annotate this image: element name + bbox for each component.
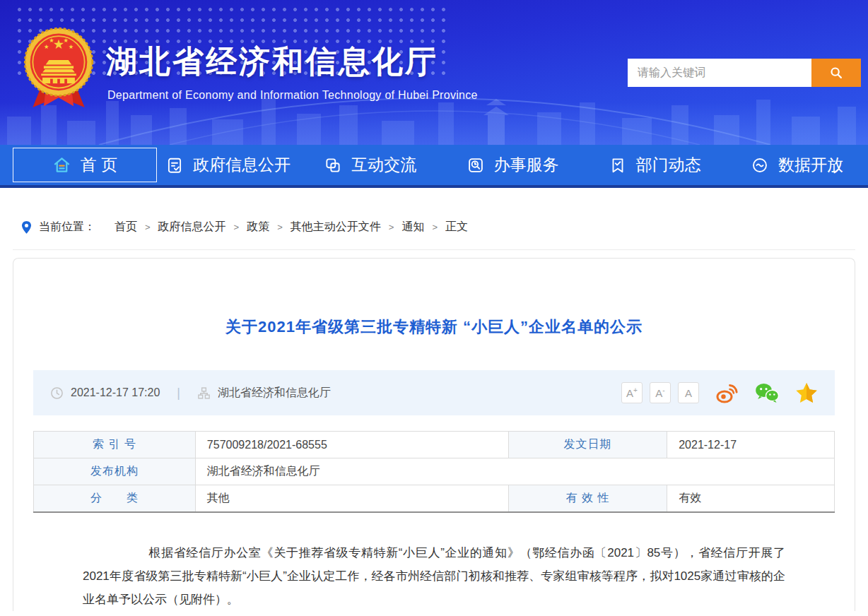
overlap-squares-icon — [324, 156, 342, 174]
qzone-icon[interactable] — [795, 382, 818, 403]
nav-item-gov-info[interactable]: 政府信息公开 — [157, 145, 299, 185]
header-glow-decoration — [0, 102, 868, 145]
validity-label: 有 效 性 — [508, 485, 667, 512]
article-card: 关于2021年省级第三批专精特新 “小巨人”企业名单的公示 2021-12-17… — [13, 258, 855, 611]
issue-date-value: 2021-12-17 — [667, 432, 835, 458]
site-search — [628, 59, 861, 87]
search-icon — [828, 65, 844, 81]
breadcrumb: 当前位置： 首页 > 政府信息公开 > 政策 > 其他主动公开文件 > 通知 >… — [13, 205, 855, 250]
font-decrease-button[interactable]: A- — [650, 382, 671, 403]
article-tools: A+ A- A — [614, 382, 818, 403]
document-check-icon — [165, 156, 184, 174]
issue-date-label: 发文日期 — [508, 432, 667, 458]
nav-item-interaction[interactable]: 互动交流 — [299, 145, 441, 185]
breadcrumb-item-notice[interactable]: 通知 — [401, 220, 424, 235]
nav-item-label: 数据开放 — [778, 154, 843, 176]
search-input[interactable] — [628, 59, 811, 87]
breadcrumb-separator: > — [432, 222, 438, 232]
china-national-emblem-icon: ★ ★ ★ ★ ★ — [20, 24, 98, 116]
wave-circle-icon — [751, 156, 769, 174]
bookmark-check-icon — [609, 156, 627, 174]
site-title: 湖北省经济和信息化厅 — [106, 41, 438, 83]
meta-divider: | — [177, 386, 180, 401]
site-title-english: Department of Economy and Information Te… — [107, 89, 478, 102]
organization-icon — [197, 386, 211, 400]
breadcrumb-item-policy[interactable]: 政策 — [247, 220, 269, 235]
issuing-org-label: 发布机构 — [34, 458, 196, 485]
category-label: 分 类 — [34, 485, 196, 512]
site-header: ★ ★ ★ ★ ★ 湖北省经济和信息化厅 Department of Econo… — [0, 0, 868, 145]
home-icon — [52, 155, 71, 174]
breadcrumb-item-other-docs[interactable]: 其他主动公开文件 — [291, 220, 381, 235]
publish-info: 2021-12-17 17:20 | 湖北省经济和信息化厅 — [50, 386, 331, 401]
breadcrumb-item-current: 正文 — [445, 220, 468, 235]
weibo-icon[interactable] — [715, 382, 739, 403]
location-pin-icon — [20, 220, 33, 235]
svg-text:★: ★ — [49, 37, 54, 44]
svg-text:★: ★ — [69, 45, 74, 51]
magnifier-badge-icon — [467, 156, 485, 174]
article-title: 关于2021年省级第三批专精特新 “小巨人”企业名单的公示 — [33, 316, 835, 338]
breadcrumb-label: 当前位置： — [39, 220, 95, 235]
publish-time: 2021-12-17 17:20 — [71, 386, 160, 399]
table-row: 索 引 号 757009218/2021-68555 发文日期 2021-12-… — [34, 432, 835, 458]
nav-item-department-news[interactable]: 部门动态 — [584, 145, 726, 185]
breadcrumb-separator: > — [389, 222, 394, 232]
document-meta-table: 索 引 号 757009218/2021-68555 发文日期 2021-12-… — [33, 431, 835, 513]
nav-item-home[interactable]: 首 页 — [13, 148, 157, 182]
nav-item-label: 互动交流 — [351, 154, 416, 176]
search-button[interactable] — [811, 59, 861, 87]
index-number-value: 757009218/2021-68555 — [195, 432, 508, 458]
breadcrumb-separator: > — [145, 222, 151, 232]
nav-item-label: 办事服务 — [494, 154, 559, 176]
validity-value: 有效 — [667, 485, 835, 512]
svg-text:★: ★ — [44, 45, 49, 51]
nav-item-label: 政府信息公开 — [193, 154, 291, 176]
breadcrumb-separator: > — [277, 222, 283, 232]
font-increase-button[interactable]: A+ — [621, 382, 643, 403]
svg-text:★: ★ — [63, 37, 68, 44]
table-row: 发布机构 湖北省经济和信息化厅 — [34, 458, 835, 485]
breadcrumb-item-home[interactable]: 首页 — [115, 220, 137, 235]
clock-icon — [50, 386, 64, 400]
main-nav: 首 页 政府信息公开 互动交流 办事服务 — [0, 145, 868, 188]
nav-item-open-data[interactable]: 数据开放 — [726, 145, 868, 185]
index-number-label: 索 引 号 — [34, 432, 196, 458]
nav-item-services[interactable]: 办事服务 — [441, 145, 583, 185]
breadcrumb-item-gov-info[interactable]: 政府信息公开 — [158, 220, 226, 235]
article-body-paragraph: 根据省经信厅办公室《关于推荐省级专精特新“小巨人”企业的通知》（鄂经信办函〔20… — [83, 541, 785, 611]
article-source: 湖北省经济和信息化厅 — [218, 386, 331, 401]
nav-item-label: 部门动态 — [636, 154, 701, 176]
breadcrumb-separator: > — [234, 222, 240, 232]
issuing-org-value: 湖北省经济和信息化厅 — [195, 458, 834, 485]
wechat-icon[interactable] — [754, 382, 780, 403]
category-value: 其他 — [195, 485, 508, 512]
font-reset-button[interactable]: A — [678, 382, 699, 403]
table-row: 分 类 其他 有 效 性 有效 — [34, 485, 835, 512]
article-meta-bar: 2021-12-17 17:20 | 湖北省经济和信息化厅 A+ A- A — [33, 370, 835, 415]
nav-item-label: 首 页 — [81, 154, 117, 176]
